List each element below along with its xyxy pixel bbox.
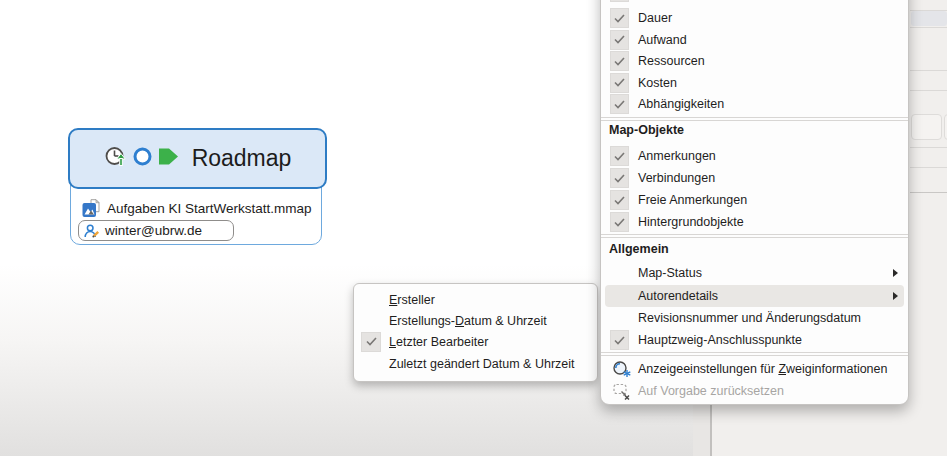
menu-section-header: Allgemein — [609, 242, 669, 257]
menu-item-ersteller[interactable]: Ersteller — [358, 289, 593, 310]
menu-separator — [601, 117, 908, 118]
checkmark-icon[interactable] — [610, 94, 629, 114]
menu-separator — [601, 120, 908, 121]
checkmark-icon[interactable] — [610, 0, 629, 2]
map-file-name: Aufgaben KI StartWerkstatt.mmap — [107, 201, 312, 216]
mmap-file-icon — [82, 199, 100, 218]
author-badge[interactable]: winter@ubrw.de — [78, 220, 234, 241]
checkmark-icon[interactable] — [610, 330, 629, 350]
context-menu: Dauer Aufwand Ressourcen Kosten Abhängig… — [600, 0, 909, 405]
pane-divider — [910, 192, 947, 193]
menu-item-zuletzt-geaendert[interactable]: Zuletzt geändert Datum & Uhrzeit — [358, 353, 593, 374]
checkmark-icon[interactable] — [610, 146, 629, 166]
menu-item-verbindungen[interactable]: Verbindungen — [605, 167, 904, 189]
pane-divider — [910, 90, 947, 91]
checkmark-icon[interactable] — [610, 73, 629, 93]
pane-field-outline — [911, 114, 942, 140]
reset-default-icon — [611, 382, 632, 400]
autorendetails-submenu: Ersteller Erstellungs-Datum & Uhrzeit Le… — [353, 283, 598, 382]
menu-item-dauer[interactable]: Dauer — [605, 7, 904, 29]
menu-section-header: Map-Objekte — [609, 123, 684, 138]
checkmark-icon[interactable] — [610, 51, 629, 71]
menu-item-ressourcen[interactable]: Ressourcen — [605, 50, 904, 72]
submenu-arrow-icon — [893, 269, 898, 277]
menu-item-abhaengigkeiten[interactable]: Abhängigkeiten — [605, 93, 904, 115]
menu-separator — [601, 234, 908, 235]
menu-separator — [601, 237, 908, 238]
priority-green-arrow-icon — [158, 146, 179, 171]
checkmark-icon[interactable] — [361, 332, 381, 352]
menu-item-auf-vorgabe-zuruecksetzen: Auf Vorgabe zurücksetzen — [605, 380, 904, 402]
menu-item-autorendetails[interactable]: Autorendetails — [605, 285, 904, 307]
pane-divider — [910, 27, 947, 28]
menu-item-kosten[interactable]: Kosten — [605, 72, 904, 94]
menu-item-anzeigeeinstellungen[interactable]: Anzeigeeinstellungen für Zweiginformatio… — [605, 358, 904, 380]
progress-none-icon — [132, 146, 153, 171]
map-file-property[interactable]: Aufgaben KI StartWerkstatt.mmap — [82, 198, 312, 218]
menu-separator — [601, 355, 908, 356]
menu-item-freie-anmerkungen[interactable]: Freie Anmerkungen — [605, 189, 904, 211]
menu-item-hauptzweig-anschlusspunkte[interactable]: Hauptzweig-Anschlusspunkte — [605, 329, 904, 351]
map-canvas[interactable]: Roadmap Aufgaben KI StartWerkstatt.mmap … — [0, 0, 947, 456]
checkmark-icon[interactable] — [610, 190, 629, 210]
menu-item-aufwand[interactable]: Aufwand — [605, 29, 904, 51]
menu-item-revisionsnummer[interactable]: Revisionsnummer und Änderungsdatum — [605, 307, 904, 329]
checkmark-icon[interactable] — [610, 212, 629, 232]
menu-separator — [601, 352, 908, 353]
pane-divider — [910, 147, 947, 148]
submenu-arrow-icon — [893, 292, 898, 300]
checkmark-icon[interactable] — [610, 8, 629, 28]
task-rollup-clock-icon — [104, 145, 127, 172]
menu-item-letzter-bearbeiter[interactable]: Letzter Bearbeiter — [358, 332, 593, 353]
topic-title: Roadmap — [192, 145, 292, 172]
checkmark-icon[interactable] — [610, 30, 629, 50]
menu-item-anmerkungen[interactable]: Anmerkungen — [605, 145, 904, 167]
menu-item-map-status[interactable]: Map-Status — [605, 262, 904, 284]
checkmark-icon[interactable] — [610, 168, 629, 188]
author-edit-icon — [84, 223, 100, 239]
menu-item-erstellungs-datum[interactable]: Erstellungs-Datum & Uhrzeit — [358, 310, 593, 331]
pane-divider — [910, 167, 947, 168]
display-settings-eye-icon — [611, 360, 632, 378]
pane-divider — [910, 70, 947, 71]
menu-item-hintergrundobjekte[interactable]: Hintergrundobjekte — [605, 211, 904, 233]
author-email: winter@ubrw.de — [105, 223, 202, 238]
topic-roadmap[interactable]: Roadmap — [68, 128, 327, 189]
pane-row-highlight — [911, 11, 947, 26]
